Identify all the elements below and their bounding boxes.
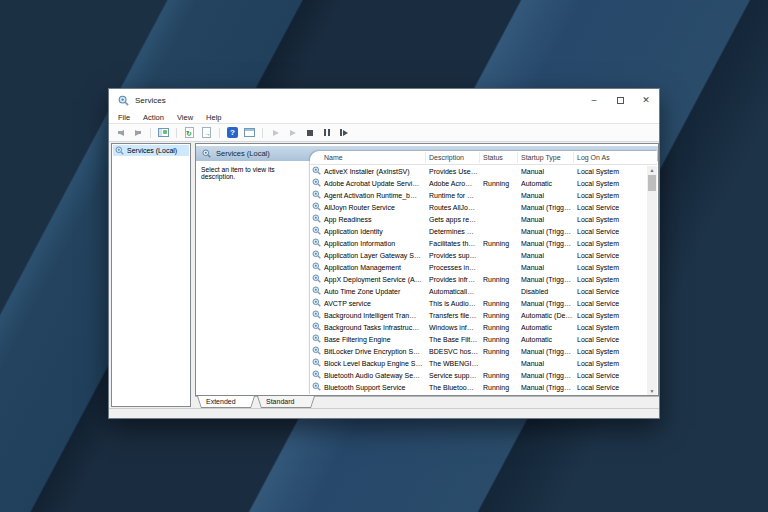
start-service-button[interactable] <box>269 126 282 139</box>
tree-item-services-local[interactable]: Services (Local) <box>113 145 189 156</box>
tab-standard[interactable]: Standard <box>257 396 315 408</box>
service-row[interactable]: Base Filtering Engine The Base Filt… Run… <box>310 334 647 346</box>
service-row[interactable]: BitLocker Drive Encryption S… BDESVC hos… <box>310 346 647 358</box>
service-row[interactable]: Auto Time Zone Updater Automaticall… Dis… <box>310 286 647 298</box>
service-description: Gets apps re… <box>426 214 480 226</box>
help-button[interactable]: ? <box>226 126 239 139</box>
description-hint: Select an item to view its description. <box>201 166 309 180</box>
service-description: Provides Use… <box>426 166 480 178</box>
service-row[interactable]: AllJoyn Router Service Routes AllJo… Man… <box>310 202 647 214</box>
title-bar[interactable]: Services – ✕ <box>109 89 659 111</box>
vertical-scrollbar[interactable]: ▲ ▼ <box>647 166 657 395</box>
service-startup-type: Manual (Trigg… <box>518 202 574 214</box>
service-description: Windows inf… <box>426 322 480 334</box>
service-logon-as: Local System <box>574 238 639 250</box>
service-gear-icon <box>312 298 321 307</box>
minimize-button[interactable]: – <box>581 89 607 111</box>
service-status: Running <box>480 298 518 310</box>
service-gear-icon <box>312 202 321 211</box>
service-description: Automaticall… <box>426 286 480 298</box>
tab-extended[interactable]: Extended <box>197 396 255 408</box>
service-description: Service supp… <box>426 370 480 382</box>
service-row[interactable]: AVCTP service This is Audio… Running Man… <box>310 298 647 310</box>
service-status <box>480 262 518 274</box>
service-gear-icon <box>312 262 321 271</box>
service-row[interactable]: Application Information Facilitates th… … <box>310 238 647 250</box>
service-logon-as: Local System <box>574 358 639 370</box>
service-row[interactable]: Bluetooth Audio Gateway Se… Service supp… <box>310 370 647 382</box>
scroll-up-icon[interactable]: ▲ <box>647 166 657 174</box>
service-row[interactable]: ActiveX Installer (AxInstSV) Provides Us… <box>310 166 647 178</box>
service-row[interactable]: Background Tasks Infrastruc… Windows inf… <box>310 322 647 334</box>
menu-bar: File Action View Help <box>109 111 659 124</box>
service-row[interactable]: Background Intelligent Tran… Transfers f… <box>310 310 647 322</box>
service-row[interactable]: Adobe Acrobat Update Servi… Adobe Acro… … <box>310 178 647 190</box>
service-status: Running <box>480 346 518 358</box>
services-pane: Services (Local) Select an item to view … <box>195 143 659 396</box>
service-startup-type: Manual (Trigg… <box>518 274 574 286</box>
forward-button[interactable] <box>131 126 144 139</box>
menu-view[interactable]: View <box>177 113 193 122</box>
column-header-description[interactable]: Description <box>426 152 480 163</box>
service-logon-as: Local System <box>574 346 639 358</box>
pause-service-button[interactable] <box>320 126 333 139</box>
service-row[interactable]: Application Identity Determines … Manual… <box>310 226 647 238</box>
service-row[interactable]: Block Level Backup Engine S… The WBENGI…… <box>310 358 647 370</box>
service-description: Facilitates th… <box>426 238 480 250</box>
back-button[interactable] <box>114 126 127 139</box>
services-window: Services – ✕ File Action View Help ? <box>108 88 660 419</box>
service-status <box>480 286 518 298</box>
menu-action[interactable]: Action <box>143 113 164 122</box>
service-name: Agent Activation Runtime_b… <box>324 190 417 202</box>
service-row[interactable]: AppX Deployment Service (A… Provides inf… <box>310 274 647 286</box>
service-logon-as: Local Service <box>574 382 639 394</box>
service-logon-as: Local System <box>574 178 639 190</box>
service-status <box>480 250 518 262</box>
restart-service-icon <box>340 129 348 136</box>
service-startup-type: Manual <box>518 250 574 262</box>
column-header-row: ^ Name Description Status Startup Type L… <box>310 151 657 165</box>
column-header-log-on-as[interactable]: Log On As <box>574 152 639 163</box>
service-row[interactable]: Agent Activation Runtime_b… Runtime for … <box>310 190 647 202</box>
close-button[interactable]: ✕ <box>633 89 659 111</box>
menu-help[interactable]: Help <box>206 113 221 122</box>
service-row[interactable]: Application Management Processes in… Man… <box>310 262 647 274</box>
services-app-icon <box>118 95 129 106</box>
service-startup-type: Manual (Trigg… <box>518 382 574 394</box>
maximize-icon <box>617 97 624 104</box>
service-description: This is Audio… <box>426 298 480 310</box>
service-description: Provides sup… <box>426 250 480 262</box>
pause-service-icon <box>324 129 330 136</box>
column-header-startup-type[interactable]: Startup Type <box>518 152 574 163</box>
export-list-button[interactable] <box>200 126 213 139</box>
service-row[interactable]: App Readiness Gets apps re… Manual Local… <box>310 214 647 226</box>
service-gear-icon <box>312 178 321 187</box>
service-name: Application Identity <box>324 226 383 238</box>
toolbar-separator <box>176 128 177 138</box>
service-status <box>480 214 518 226</box>
column-header-status[interactable]: Status <box>480 152 518 163</box>
tree-item-label: Services (Local) <box>127 147 177 154</box>
window-list-icon <box>244 128 255 137</box>
service-status <box>480 166 518 178</box>
service-name: Base Filtering Engine <box>324 334 391 346</box>
show-console-tree-button[interactable] <box>157 126 170 139</box>
service-row[interactable]: Application Layer Gateway S… Provides su… <box>310 250 647 262</box>
scroll-down-icon[interactable]: ▼ <box>647 387 657 395</box>
service-status: Running <box>480 334 518 346</box>
refresh-button[interactable] <box>183 126 196 139</box>
service-startup-type: Manual <box>518 214 574 226</box>
scrollbar-thumb[interactable] <box>648 175 656 191</box>
service-name: Application Information <box>324 238 395 250</box>
service-gear-icon <box>312 346 321 355</box>
restart-service-button[interactable] <box>337 126 350 139</box>
column-header-name[interactable]: ^ Name <box>310 152 426 163</box>
stop-service-button[interactable] <box>303 126 316 139</box>
resume-service-button[interactable] <box>286 126 299 139</box>
menu-file[interactable]: File <box>118 113 130 122</box>
maximize-button[interactable] <box>607 89 633 111</box>
window-list-button[interactable] <box>243 126 256 139</box>
service-name: BitLocker Drive Encryption S… <box>324 346 420 358</box>
service-row[interactable]: Bluetooth Support Service The Bluetoo… R… <box>310 382 647 394</box>
back-icon <box>118 130 124 136</box>
